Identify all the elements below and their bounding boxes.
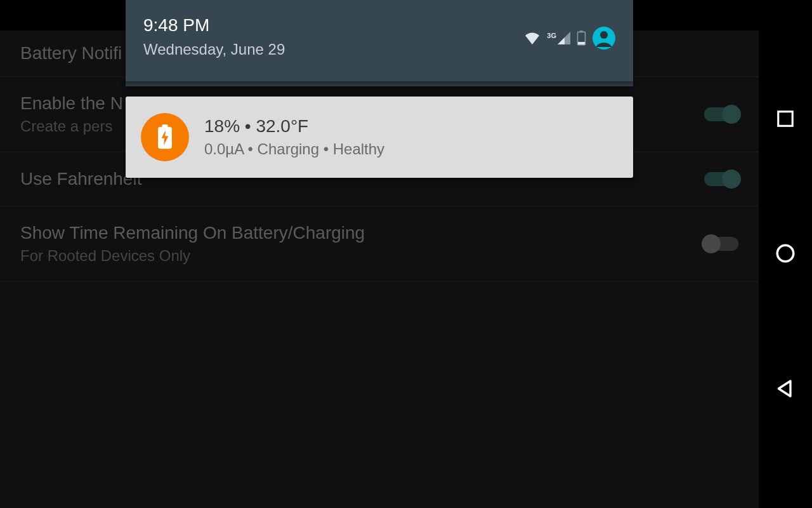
svg-rect-7 (778, 112, 793, 126)
shade-header[interactable]: 9:48 PM Wednesday, June 29 3G (126, 0, 633, 81)
notification-card[interactable]: 18% • 32.0°F 0.0µA • Charging • Healthy (126, 97, 633, 178)
battery-notification-icon (141, 113, 189, 161)
svg-point-4 (600, 31, 608, 39)
svg-point-8 (777, 245, 794, 262)
home-button[interactable] (775, 243, 796, 264)
shade-subheader (126, 81, 633, 86)
cellular-3g-icon: 3G (547, 32, 570, 44)
status-icons: 3G (524, 15, 615, 50)
wifi-icon (524, 32, 540, 44)
back-button[interactable] (775, 378, 796, 399)
recent-apps-button[interactable] (776, 109, 795, 128)
notification-title: 18% • 32.0°F (204, 116, 384, 137)
battery-charging-icon (577, 30, 586, 46)
svg-rect-6 (162, 124, 167, 128)
notification-text: 0.0µA • Charging • Healthy (204, 140, 384, 158)
shade-date: Wednesday, June 29 (143, 41, 285, 58)
svg-rect-2 (578, 42, 585, 44)
svg-rect-1 (580, 30, 583, 32)
user-avatar-icon[interactable] (593, 27, 615, 50)
notification-shade[interactable]: 9:48 PM Wednesday, June 29 3G (126, 0, 633, 178)
system-nav-bar (759, 0, 812, 508)
shade-time: 9:48 PM (143, 15, 285, 36)
